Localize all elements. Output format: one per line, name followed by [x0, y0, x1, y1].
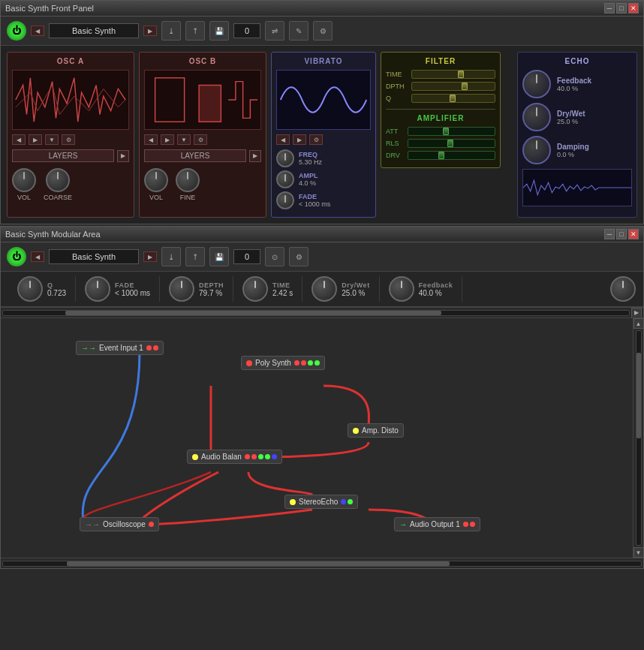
event-input-port-1[interactable]	[146, 345, 152, 351]
osc-a-layers-arrow[interactable]: ▶	[117, 150, 129, 162]
bottom-h-thumb[interactable]	[67, 561, 450, 566]
ao-port-2[interactable]	[470, 522, 475, 527]
modular-gear-button[interactable]: ⚙	[289, 247, 308, 266]
modular-close-button[interactable]: ✕	[628, 229, 639, 239]
random-button[interactable]: ⇌	[265, 21, 284, 41]
v-scroll-track[interactable]	[636, 330, 642, 546]
filter-time-slider[interactable]	[411, 70, 495, 79]
bottom-h-track[interactable]	[2, 561, 642, 567]
scroll-right-btn[interactable]: ▶	[631, 308, 642, 318]
vibrato-fade-knob[interactable]	[276, 191, 294, 209]
se-port-1[interactable]	[341, 499, 346, 504]
ab-port-5[interactable]	[272, 454, 277, 459]
amp-att-thumb[interactable]	[443, 128, 449, 135]
vibrato-settings[interactable]: ⚙	[309, 134, 323, 145]
osc-a-next[interactable]: ▶	[29, 134, 42, 145]
osc-a-down[interactable]: ▼	[45, 134, 59, 145]
modular-import-button[interactable]: ⤓	[161, 247, 181, 266]
edit-button[interactable]: ✎	[289, 21, 308, 41]
filter-time-thumb[interactable]	[458, 71, 464, 78]
osc-a-panel: OSC A ◀ ▶ ▼ ⚙ LAYERS ▶ VOL	[7, 52, 134, 218]
filter-dpth-thumb[interactable]	[462, 83, 468, 90]
event-input-module[interactable]: →→ Event Input 1	[76, 341, 164, 355]
modular-power-button[interactable]: ⏻	[7, 247, 26, 266]
ab-port-4[interactable]	[265, 454, 270, 459]
echo-drywet-knob[interactable]	[522, 103, 551, 131]
ab-port-2[interactable]	[251, 454, 257, 459]
modular-settings-button[interactable]: ⊙	[265, 247, 284, 266]
osc-b-down[interactable]: ▼	[177, 134, 191, 145]
strip-time-label: TIME	[272, 281, 293, 289]
next-button[interactable]: ▶	[143, 26, 157, 36]
h-scrollbar-thumb[interactable]	[65, 311, 441, 315]
se-port-2[interactable]	[348, 499, 353, 504]
osc-b-fine-knob[interactable]	[176, 168, 200, 192]
event-input-port-2[interactable]	[153, 345, 158, 351]
audio-output-module[interactable]: → Audio Output 1	[394, 517, 480, 531]
v-scroll-thumb[interactable]	[636, 353, 641, 438]
strip-time-knob[interactable]	[242, 276, 268, 302]
vibrato-next[interactable]: ▶	[293, 134, 306, 145]
maximize-button[interactable]: □	[616, 3, 627, 14]
strip-depth-knob[interactable]	[169, 276, 194, 302]
modular-minimize-button[interactable]: ─	[604, 229, 615, 239]
osc-a-vol-knob[interactable]	[12, 168, 36, 192]
osc-b-prev[interactable]: ◀	[144, 134, 158, 145]
vibrato-freq-knob[interactable]	[276, 149, 294, 167]
strip-fade-knob[interactable]	[85, 276, 110, 302]
oscilloscope-module[interactable]: →→ Oscilloscope	[80, 517, 159, 531]
osc-b-settings[interactable]: ⚙	[194, 134, 207, 145]
amp-disto-module[interactable]: Amp. Disto	[348, 423, 404, 438]
v-scroll-up[interactable]: ▲	[633, 318, 644, 329]
ab-port-1[interactable]	[245, 454, 250, 459]
modular-next-button[interactable]: ▶	[143, 251, 157, 262]
prev-button[interactable]: ◀	[31, 26, 44, 36]
echo-feedback-knob[interactable]	[522, 70, 551, 98]
filter-dpth-slider[interactable]	[411, 82, 495, 91]
modular-save-button[interactable]: 💾	[209, 247, 229, 266]
poly-synth-module[interactable]: Poly Synth	[241, 356, 325, 370]
import-button[interactable]: ⤓	[161, 21, 181, 41]
amp-rls-thumb[interactable]	[447, 140, 453, 147]
vibrato-ampl-knob[interactable]	[276, 170, 294, 188]
power-button[interactable]: ⏻	[7, 21, 26, 41]
ao-port-1[interactable]	[463, 522, 468, 527]
modular-prev-button[interactable]: ◀	[31, 251, 44, 262]
strip-drywet-knob[interactable]	[311, 276, 337, 302]
osc-b-next[interactable]: ▶	[161, 134, 174, 145]
stereo-echo-module[interactable]: StereoEcho	[284, 495, 358, 509]
v-scroll-down[interactable]: ▼	[633, 547, 644, 558]
filter-q-thumb[interactable]	[450, 95, 456, 102]
amp-drv-thumb[interactable]	[438, 152, 444, 159]
amp-att-slider[interactable]	[408, 127, 495, 136]
strip-extra-knob[interactable]	[610, 276, 636, 302]
export-button[interactable]: ⤒	[185, 21, 205, 41]
save-button[interactable]: 💾	[209, 21, 229, 41]
modular-maximize-button[interactable]: □	[616, 229, 627, 239]
osc-port-1[interactable]	[149, 522, 154, 527]
osc-a-settings[interactable]: ⚙	[62, 134, 75, 145]
filter-q-slider[interactable]	[411, 94, 495, 103]
osc-b-vol-knob[interactable]	[144, 168, 168, 192]
osc-a-prev[interactable]: ◀	[12, 134, 26, 145]
close-button[interactable]: ✕	[628, 3, 639, 14]
settings-button[interactable]: ⚙	[313, 21, 333, 41]
amp-rls-slider[interactable]	[408, 139, 495, 148]
patch-area[interactable]: →→ Event Input 1 Poly Synth	[1, 317, 643, 558]
audio-balan-module[interactable]: Audio Balan	[187, 450, 282, 464]
echo-damping-knob[interactable]	[522, 136, 551, 164]
minimize-button[interactable]: ─	[604, 3, 615, 14]
poly-synth-port-3[interactable]	[308, 360, 313, 366]
osc-b-layers-arrow[interactable]: ▶	[249, 150, 261, 162]
h-scrollbar-track[interactable]	[2, 310, 630, 316]
strip-q-knob[interactable]	[17, 276, 43, 302]
poly-synth-port-4[interactable]	[314, 360, 320, 366]
ab-port-3[interactable]	[258, 454, 263, 459]
vibrato-prev[interactable]: ◀	[276, 134, 290, 145]
strip-feedback-knob[interactable]	[389, 276, 414, 302]
poly-synth-port-1[interactable]	[294, 360, 299, 366]
poly-synth-port-2[interactable]	[301, 360, 306, 366]
osc-a-coarse-knob[interactable]	[46, 168, 70, 192]
modular-export-button[interactable]: ⤒	[185, 247, 205, 266]
amp-drv-slider[interactable]	[408, 151, 495, 160]
